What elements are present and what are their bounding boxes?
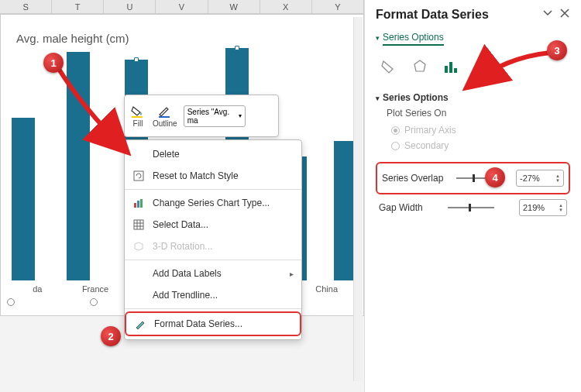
menu-reset-style[interactable]: Reset to Match Style [125, 165, 301, 187]
bar-2[interactable] [67, 52, 90, 280]
col-s[interactable]: S [0, 0, 52, 13]
menu-add-trendline[interactable]: Add Trendline... [125, 284, 301, 306]
chevron-down-icon: ▾ [376, 34, 380, 42]
column-headers: S T U V W X Y [0, 0, 364, 14]
format-data-series-panel: Format Data Series ▾Series Options ▾Seri… [364, 0, 581, 392]
menu-select-data[interactable]: Select Data... [125, 214, 301, 236]
panel-title: Format Data Series [376, 8, 489, 22]
vertical-scrollbar[interactable] [353, 17, 363, 381]
mini-format-toolbar: Fill Outline Series "Avg. ma ▾ [124, 95, 279, 137]
close-icon[interactable] [559, 8, 570, 22]
grid-icon [132, 218, 145, 231]
callout-badge-2: 2 [101, 326, 121, 346]
svg-rect-14 [454, 68, 457, 73]
radio-primary-axis: Primary Axis [376, 125, 570, 136]
svg-rect-4 [137, 201, 139, 208]
svg-rect-12 [445, 66, 448, 73]
effects-icon[interactable] [410, 57, 430, 77]
outline-button[interactable]: Outline [153, 104, 177, 128]
series-options-icon[interactable] [441, 57, 461, 77]
col-y[interactable]: Y [312, 0, 364, 13]
series-overlap-input[interactable]: -27% ▲▼ [516, 170, 564, 187]
callout-badge-3: 3 [547, 40, 567, 60]
gap-width-input[interactable]: 219% ▲▼ [519, 199, 567, 216]
series-selector[interactable]: Series "Avg. ma ▾ [184, 105, 246, 127]
pen-outline-icon [156, 104, 174, 119]
context-menu: Delete Reset to Match Style Change Serie… [124, 139, 302, 340]
radio-icon [391, 142, 400, 150]
series-overlap-label: Series Overlap [382, 173, 443, 184]
gap-width-slider[interactable] [448, 207, 494, 208]
reset-icon [132, 170, 145, 182]
callout-badge-1: 1 [43, 53, 64, 73]
chevron-right-icon: ▸ [290, 270, 294, 278]
chart-title[interactable]: Avg. male height (cm) [16, 32, 129, 45]
svg-rect-1 [159, 116, 170, 118]
menu-3d-rotation: 3-D Rotation... [125, 236, 301, 257]
menu-change-chart-type[interactable]: Change Series Chart Type... [125, 192, 301, 214]
svg-rect-2 [134, 171, 143, 181]
svg-rect-13 [449, 62, 452, 73]
format-icon [134, 318, 146, 330]
radio-icon [391, 126, 400, 135]
bar-1[interactable] [12, 118, 35, 280]
fill-line-icon[interactable] [379, 57, 399, 77]
spinner-arrows-icon[interactable]: ▲▼ [555, 174, 560, 183]
col-t[interactable]: T [52, 0, 104, 13]
axis-handle[interactable] [90, 298, 98, 306]
cube-icon [132, 240, 145, 253]
svg-marker-11 [414, 60, 425, 71]
svg-rect-5 [140, 199, 143, 208]
plot-series-on-label: Plot Series On [376, 108, 570, 119]
col-x[interactable]: X [260, 0, 312, 13]
section-series-options[interactable]: ▾Series Options [376, 92, 570, 103]
series-options-tab[interactable]: Series Options [383, 32, 444, 46]
fill-button[interactable]: Fill [129, 104, 146, 128]
col-w[interactable]: W [208, 0, 260, 13]
bar-chart-icon [132, 197, 145, 209]
paint-bucket-icon [129, 104, 146, 119]
callout-badge-4: 4 [485, 167, 505, 187]
chevron-down-icon[interactable] [542, 8, 553, 22]
chevron-down-icon: ▾ [239, 112, 242, 119]
svg-rect-6 [134, 220, 143, 229]
gap-width-row: Gap Width 219% ▲▼ [376, 194, 570, 221]
svg-rect-3 [134, 203, 136, 208]
col-v[interactable]: V [156, 0, 208, 13]
radio-secondary-axis: Secondary [376, 140, 570, 151]
col-u[interactable]: U [104, 0, 156, 13]
axis-handle[interactable] [7, 298, 15, 306]
svg-rect-0 [132, 116, 143, 118]
menu-add-data-labels[interactable]: Add Data Labels ▸ [125, 263, 301, 284]
series-overlap-row: Series Overlap -27% ▲▼ [376, 162, 570, 194]
gap-width-label: Gap Width [379, 202, 423, 213]
menu-format-data-series[interactable]: Format Data Series... [125, 311, 301, 336]
menu-delete[interactable]: Delete [125, 143, 301, 165]
spinner-arrows-icon[interactable]: ▲▼ [559, 203, 563, 212]
